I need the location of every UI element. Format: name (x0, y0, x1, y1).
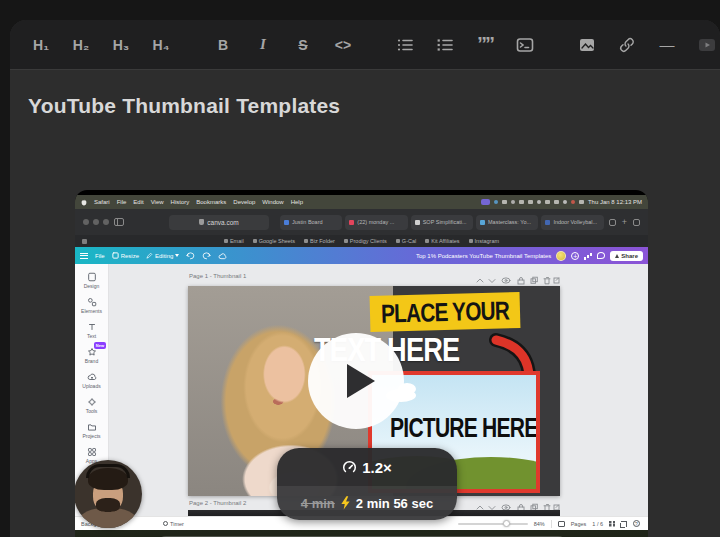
menubar-clock[interactable]: Thu Jan 8 12:13 PM (588, 199, 642, 205)
heading3-button[interactable]: H₃ (104, 28, 138, 62)
menu-edit[interactable]: Edit (133, 199, 143, 205)
sidebar-item-brand[interactable]: New Brand (75, 343, 108, 368)
picture-here-text: PICTURE HERE (390, 413, 518, 444)
video-embed[interactable]: Safari File Edit View History Bookmarks … (75, 190, 648, 537)
close-window-button[interactable] (83, 219, 89, 225)
grid-view-icon[interactable] (609, 521, 615, 527)
heading2-button[interactable]: H₂ (64, 28, 98, 62)
zoom-window-button[interactable] (103, 219, 109, 225)
italic-button[interactable]: I (246, 28, 280, 62)
horizontal-rule-button[interactable]: — (650, 28, 684, 62)
minimize-window-button[interactable] (93, 219, 99, 225)
menu-history[interactable]: History (171, 199, 190, 205)
menu-develop[interactable]: Develop (233, 199, 255, 205)
bookmark-icon (304, 239, 308, 243)
search-icon[interactable] (563, 200, 567, 204)
undo-button[interactable] (186, 252, 195, 260)
insights-icon[interactable] (584, 252, 592, 260)
tab-overview-icon[interactable] (633, 219, 640, 226)
bookmark-icon (224, 239, 228, 243)
favorite-kit-affiliates[interactable]: Kit Affiliates (425, 238, 459, 244)
favorite-biz-folder[interactable]: Biz Folder (304, 238, 335, 244)
insert-image-button[interactable] (570, 28, 604, 62)
moon-icon[interactable] (537, 200, 541, 204)
tab-volleyball[interactable]: Indoor Volleybal... (541, 215, 603, 230)
user-avatar[interactable] (556, 251, 566, 261)
sidebar-item-projects[interactable]: Projects (75, 418, 108, 443)
canva-editing-mode[interactable]: Editing (146, 252, 179, 259)
tab-justin-board[interactable]: Justin Board (280, 215, 342, 230)
menu-view[interactable]: View (151, 199, 164, 205)
sidebar-item-uploads[interactable]: Uploads (75, 368, 108, 393)
timer-button[interactable]: Timer (163, 521, 184, 527)
document-title[interactable]: Top 1% Podcasters YouTube Thumbnail Temp… (416, 253, 551, 259)
zoom-percent[interactable]: 84% (534, 521, 545, 527)
apple-logo-icon[interactable] (81, 199, 87, 206)
blockquote-button[interactable]: ”” (468, 28, 502, 62)
help-icon[interactable]: ? (633, 520, 640, 527)
display-icon[interactable] (502, 200, 507, 204)
insert-link-button[interactable] (610, 28, 644, 62)
menu-window[interactable]: Window (262, 199, 283, 205)
hamburger-menu-icon[interactable] (80, 253, 88, 259)
wifi-icon[interactable] (554, 200, 559, 204)
menu-bookmarks[interactable]: Bookmarks (196, 199, 226, 205)
canva-file-menu[interactable]: File (95, 253, 105, 259)
page1-actions[interactable] (475, 271, 560, 280)
pages-icon (558, 521, 565, 527)
page1-label[interactable]: Page 1 - Thumbnail 1 (189, 273, 246, 279)
favorite-instagram[interactable]: Instagram (469, 238, 499, 244)
page2-label[interactable]: Page 2 - Thumbnail 2 (189, 500, 246, 506)
play-button[interactable] (308, 333, 404, 429)
comment-icon[interactable] (597, 252, 605, 259)
volume-icon[interactable] (545, 200, 550, 204)
tab-monday[interactable]: (22) monday ... (345, 215, 407, 230)
bluetooth-icon[interactable] (494, 200, 498, 204)
control-center-icon[interactable] (579, 200, 584, 204)
favorite-email[interactable]: Email (224, 238, 244, 244)
sidebar-item-design[interactable]: Design (75, 268, 108, 293)
favorite-google-sheets[interactable]: Google Sheets (253, 238, 295, 244)
bold-button[interactable]: B (206, 28, 240, 62)
battery-icon[interactable] (528, 200, 533, 204)
zoom-slider[interactable] (458, 523, 528, 525)
heading4-button[interactable]: H₄ (144, 28, 178, 62)
share-icon[interactable] (609, 219, 616, 226)
tab-sop[interactable]: SOP Simplificati... (411, 215, 473, 230)
slider-knob[interactable] (503, 520, 510, 527)
share-button[interactable]: Share (610, 251, 643, 261)
bullet-list-button[interactable] (388, 28, 422, 62)
menu-file[interactable]: File (117, 199, 127, 205)
keyboard-icon[interactable] (519, 200, 524, 204)
embed-video-button[interactable] (690, 28, 720, 62)
sidebar-item-elements[interactable]: Elements (75, 293, 108, 318)
safari-right-controls: + (609, 219, 640, 226)
pages-label[interactable]: Pages (571, 521, 587, 527)
favorite-gcal[interactable]: G-Cal (396, 238, 416, 244)
canva-resize-button[interactable]: Resize (112, 252, 139, 259)
sidebar-item-tools[interactable]: Tools (75, 393, 108, 418)
strikethrough-button[interactable]: S (286, 28, 320, 62)
inline-code-button[interactable]: <> (326, 28, 360, 62)
redo-button[interactable] (202, 252, 211, 260)
menu-help[interactable]: Help (291, 199, 303, 205)
numbered-list-button[interactable] (428, 28, 462, 62)
new-tab-button[interactable]: + (622, 219, 627, 226)
page2-actions[interactable] (475, 498, 560, 507)
address-bar[interactable]: canva.com (169, 215, 269, 230)
bookmark-icon (469, 239, 473, 243)
heading1-button[interactable]: H₁ (24, 28, 58, 62)
code-block-button[interactable] (508, 28, 542, 62)
editor-card: H₁ H₂ H₃ H₄ B I S <> (10, 20, 720, 537)
sidebar-item-text[interactable]: Text (75, 318, 108, 343)
favorite-prodigy-clients[interactable]: Prodigy Clients (344, 238, 387, 244)
play-triangle-icon (347, 364, 375, 398)
favorites-left-icon[interactable] (82, 239, 87, 244)
menu-safari[interactable]: Safari (94, 199, 110, 205)
add-collaborator-button[interactable]: + (571, 252, 579, 260)
tab-masterclass[interactable]: Masterclass: Yo... (476, 215, 538, 230)
fullscreen-icon[interactable] (621, 521, 627, 527)
screen-record-indicator-icon[interactable] (481, 199, 490, 205)
safari-sidebar-icon[interactable] (114, 218, 124, 226)
playback-speed-overlay[interactable]: 1.2× 4 min 2 min 56 sec (277, 448, 457, 520)
